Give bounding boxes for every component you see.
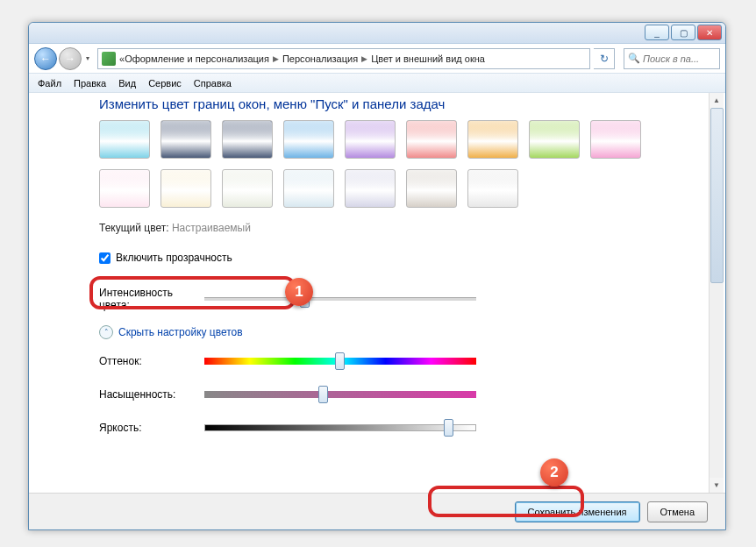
color-swatch[interactable] bbox=[406, 120, 457, 159]
scroll-up-icon[interactable]: ▲ bbox=[710, 93, 724, 108]
color-swatch[interactable] bbox=[529, 120, 580, 159]
brightness-label: Яркость: bbox=[99, 422, 204, 434]
minimize-button[interactable]: _ bbox=[645, 25, 669, 40]
scrollbar[interactable]: ▲ ▼ bbox=[709, 93, 724, 493]
color-swatch[interactable] bbox=[160, 169, 211, 208]
color-swatch[interactable] bbox=[283, 169, 334, 208]
slider-thumb[interactable] bbox=[335, 352, 345, 370]
slider-track bbox=[204, 391, 476, 398]
current-color-value: Настраиваемый bbox=[172, 222, 251, 234]
brightness-row: Яркость: bbox=[99, 418, 713, 437]
brightness-slider[interactable] bbox=[204, 418, 476, 437]
color-mixer-toggle[interactable]: ˄ Скрыть настройку цветов bbox=[99, 325, 713, 339]
search-box[interactable]: 🔍 bbox=[624, 48, 720, 69]
save-button[interactable]: Сохранить изменения bbox=[515, 501, 640, 522]
slider-thumb[interactable] bbox=[318, 386, 328, 403]
menu-help[interactable]: Справка bbox=[194, 78, 232, 89]
color-swatch[interactable] bbox=[160, 120, 211, 159]
nav-history-dropdown[interactable]: ▾ bbox=[82, 47, 94, 70]
breadcrumb-seg[interactable]: Цвет и внешний вид окна bbox=[371, 53, 485, 64]
forward-button[interactable]: → bbox=[59, 47, 82, 70]
color-swatch[interactable] bbox=[345, 120, 396, 159]
back-button[interactable]: ← bbox=[34, 47, 57, 70]
close-button[interactable]: ✕ bbox=[697, 25, 722, 40]
slider-thumb[interactable] bbox=[444, 419, 453, 437]
menu-view[interactable]: Вид bbox=[118, 78, 136, 89]
intensity-slider[interactable] bbox=[204, 289, 476, 309]
color-swatch[interactable] bbox=[467, 169, 518, 208]
menu-tools[interactable]: Сервис bbox=[148, 78, 182, 89]
transparency-checkbox[interactable] bbox=[99, 252, 111, 264]
hue-row: Оттенок: bbox=[99, 352, 713, 371]
control-panel-icon bbox=[102, 52, 116, 66]
menu-bar: Файл Правка Вид Сервис Справка bbox=[29, 74, 725, 93]
menu-edit[interactable]: Правка bbox=[74, 78, 106, 89]
slider-thumb[interactable] bbox=[300, 290, 310, 308]
chevron-right-icon[interactable]: ▶ bbox=[269, 54, 282, 63]
titlebar[interactable]: _ ▢ ✕ bbox=[29, 23, 725, 44]
hue-slider[interactable] bbox=[204, 352, 476, 371]
scroll-down-icon[interactable]: ▼ bbox=[710, 478, 724, 493]
menu-file[interactable]: Файл bbox=[38, 78, 61, 89]
color-swatch[interactable] bbox=[99, 169, 150, 208]
cancel-button[interactable]: Отмена bbox=[647, 501, 708, 522]
color-swatch[interactable] bbox=[99, 120, 150, 159]
saturation-row: Насыщенность: bbox=[99, 385, 713, 404]
current-color-row: Текущий цвет: Настраиваемый bbox=[99, 222, 713, 234]
color-swatch[interactable] bbox=[590, 120, 641, 159]
transparency-row: Включить прозрачность bbox=[99, 246, 713, 269]
explorer-window: _ ▢ ✕ ← → ▾ « Оформление и персонализаци… bbox=[28, 22, 726, 530]
slider-track bbox=[204, 297, 476, 301]
color-swatch[interactable] bbox=[406, 169, 457, 208]
intensity-label: Интенсивность цвета: bbox=[99, 287, 204, 311]
color-swatch[interactable] bbox=[467, 120, 518, 159]
color-swatch[interactable] bbox=[222, 120, 273, 159]
saturation-slider[interactable] bbox=[204, 385, 476, 404]
saturation-label: Насыщенность: bbox=[99, 388, 204, 401]
color-swatches bbox=[99, 120, 660, 208]
chevron-right-icon[interactable]: ▶ bbox=[358, 54, 371, 63]
breadcrumb-seg[interactable]: Оформление и персонализация bbox=[125, 53, 269, 64]
refresh-button[interactable]: ↻ bbox=[594, 48, 615, 69]
transparency-label[interactable]: Включить прозрачность bbox=[116, 252, 232, 264]
intensity-row: Интенсивность цвета: bbox=[99, 287, 713, 311]
page-title: Изменить цвет границ окон, меню "Пуск" и… bbox=[99, 96, 713, 111]
search-input[interactable] bbox=[643, 53, 713, 64]
nav-row: ← → ▾ « Оформление и персонализация ▶ Пе… bbox=[29, 44, 725, 74]
content-area: ▲ ▼ Изменить цвет границ окон, меню "Пус… bbox=[29, 93, 725, 493]
scroll-thumb[interactable] bbox=[710, 108, 724, 283]
breadcrumb-seg[interactable]: Персонализация bbox=[282, 53, 358, 64]
address-bar[interactable]: « Оформление и персонализация ▶ Персонал… bbox=[97, 48, 590, 69]
search-icon: 🔍 bbox=[628, 53, 640, 64]
color-swatch[interactable] bbox=[345, 169, 396, 208]
color-swatch[interactable] bbox=[283, 120, 334, 159]
slider-track bbox=[204, 424, 476, 431]
current-color-label: Текущий цвет: bbox=[99, 222, 169, 234]
hue-label: Оттенок: bbox=[99, 355, 204, 367]
maximize-button[interactable]: ▢ bbox=[671, 25, 695, 40]
color-swatch[interactable] bbox=[222, 169, 273, 208]
chevron-up-icon: ˄ bbox=[99, 325, 113, 339]
mixer-label: Скрыть настройку цветов bbox=[118, 326, 243, 338]
button-bar: Сохранить изменения Отмена bbox=[29, 493, 725, 529]
